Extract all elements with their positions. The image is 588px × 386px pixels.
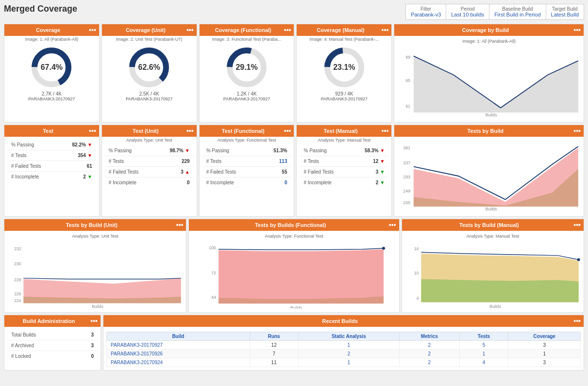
svg-text:44: 44 (211, 295, 216, 300)
svg-text:293: 293 (403, 175, 411, 179)
test-unit-menu[interactable]: ••• (186, 127, 194, 135)
test-func-incomplete-value: 0 (285, 180, 287, 185)
filter-value: Parabank-v3 (411, 12, 441, 17)
test-functional-header: Test (Functional) ••• (200, 125, 294, 137)
coverage-functional-percent: 29.1% (235, 63, 257, 72)
tests-by-build-manual-menu[interactable]: ••• (573, 221, 581, 229)
test-manual-passing-label: % Passing (303, 148, 326, 153)
build-admin-card: Build Administration ••• Total Builds 3 … (4, 315, 101, 370)
recent-builds-menu[interactable]: ••• (573, 317, 581, 325)
tests-by-build-manual-title: Tests by Build (Manual) (405, 222, 574, 228)
coverage-functional-menu[interactable]: ••• (284, 26, 291, 34)
tests-by-build-functional-svg: 100 72 44 Builds (192, 241, 396, 308)
test-unit-failed-value: 3 ▲ (181, 169, 189, 175)
coverage-functional-title: Coverage (Functional) (202, 27, 284, 33)
filter-item-period[interactable]: Period Last 10 builds (446, 4, 489, 19)
svg-text:Builds: Builds (92, 304, 103, 308)
tests-by-build-functional-menu[interactable]: ••• (389, 221, 396, 229)
svg-text:337: 337 (403, 161, 411, 165)
coverage-by-build-body: Image: 1: All (Parabank-All) 69 65 61 Bu… (394, 36, 584, 122)
tests-by-build-manual-svg: 16 10 4 Builds (405, 241, 581, 308)
test-manual-menu[interactable]: ••• (382, 127, 389, 135)
coverage-functional-donut: 29.1% (225, 46, 269, 89)
tests-by-build-unit-menu[interactable]: ••• (176, 221, 184, 229)
tests-by-build-title: Tests by Build (397, 128, 573, 134)
test-all-failed-value: 61 (87, 163, 92, 169)
builds-col-metrics: Metrics (400, 332, 460, 341)
svg-text:Builds: Builds (489, 304, 501, 308)
coverage-unit-menu[interactable]: ••• (186, 26, 194, 34)
build-admin-menu[interactable]: ••• (90, 317, 98, 325)
coverage-unit-percent: 62.6% (138, 63, 160, 72)
coverage-unit-title: Coverage (Unit) (105, 27, 186, 33)
test-unit-failed-row: # Failed Tests 3 ▲ (105, 167, 194, 177)
test-manual-tests-value: 12 ▼ (373, 159, 385, 164)
test-func-passing-label: % Passing (206, 148, 229, 153)
coverage-manual-donut: 23.1% (322, 46, 366, 89)
build-link[interactable]: PARABANK3-20170927 (107, 341, 250, 350)
svg-text:61: 61 (406, 104, 411, 109)
build-tests: 4 (459, 358, 508, 367)
build-runs: 12 (250, 341, 298, 350)
coverage-all-percent: 67.4% (41, 63, 63, 72)
coverage-card-all-header: Coverage ••• (4, 24, 99, 36)
test-unit-failed-label: # Failed Tests (109, 169, 139, 175)
tests-by-build-menu[interactable]: ••• (573, 127, 581, 135)
build-coverage: 3 (508, 358, 581, 367)
tests-by-build-manual-subtitle: Analysis Type: Manual Test (405, 234, 581, 239)
svg-text:381: 381 (403, 145, 411, 150)
test-func-tests-label: # Tests (206, 159, 222, 164)
test-all-tests-label: # Tests (11, 153, 27, 158)
coverage-all-menu[interactable]: ••• (89, 26, 96, 34)
build-tests: 5 (459, 341, 508, 350)
test-all-incomplete-value: 2 ▼ (83, 174, 92, 179)
builds-col-coverage: Coverage (508, 332, 581, 341)
build-link[interactable]: PARABANK3-20170924 (107, 358, 250, 367)
table-row: PARABANK3-20170927 12 1 2 5 3 (107, 341, 581, 350)
row-bottom: Build Administration ••• Total Builds 3 … (4, 315, 584, 370)
tests-by-build-svg: 381 337 293 249 205 Builds (397, 140, 581, 212)
tests-by-build-unit-body: Analysis Type: Unit Test 232 230 228 226… (4, 231, 186, 312)
test-manual-tests-label: # Tests (303, 159, 319, 164)
build-link[interactable]: PARABANK3-20170926 (107, 350, 250, 358)
builds-col-runs: Runs (250, 332, 298, 341)
svg-text:4: 4 (416, 296, 419, 301)
test-all-tests-value: 354 ▼ (78, 153, 92, 158)
coverage-unit-subtitle: Image: 2: Unit Test (Parabank-UT) (102, 36, 197, 42)
filter-item-baseline[interactable]: Baseline Build First Build in Period (489, 4, 546, 19)
tests-by-build-card: Tests by Build ••• 381 337 293 249 205 (394, 125, 584, 217)
test-manual-header: Test (Manual) ••• (297, 125, 391, 137)
test-unit-incomplete-label: # Incomplete (109, 180, 136, 185)
locked-value: 0 (91, 354, 94, 359)
test-all-menu[interactable]: ••• (89, 127, 96, 135)
test-functional-menu[interactable]: ••• (284, 127, 291, 135)
tests-by-build-unit-header: Tests by Build (Unit) ••• (4, 219, 186, 231)
total-builds-row: Total Builds 3 (7, 330, 98, 340)
test-func-failed-label: # Failed Tests (206, 169, 236, 175)
coverage-functional-donut-container: 29.1% 1.2K / 4K PARABANK3-20170927 (200, 42, 294, 103)
test-all-body: % Passing 82.2% ▼ # Tests 354 ▼ # Failed… (4, 137, 99, 185)
builds-table: Build Runs Static Analysis Metrics Tests… (106, 332, 581, 367)
build-static: 1 (298, 358, 400, 367)
test-functional-title: Test (Functional) (202, 128, 284, 134)
svg-text:226: 226 (14, 291, 21, 296)
test-func-tests-row: # Tests 113 (202, 156, 291, 167)
test-func-incomplete-row: # Incomplete 0 (202, 177, 291, 188)
test-all-passing-label: % Passing (11, 142, 34, 147)
build-static: 2 (298, 350, 400, 358)
dashboard-grid: Coverage ••• Image: 1: All (Parabank-All… (4, 24, 584, 370)
arrow-unit-failed: ▲ (185, 169, 190, 175)
filter-item-filter[interactable]: Filter Parabank-v3 (406, 4, 446, 19)
test-func-passing-row: % Passing 51.3% (202, 145, 291, 156)
tests-by-build-manual-card: Tests by Build (Manual) ••• Analysis Typ… (402, 219, 584, 313)
row-charts: Tests by Build (Unit) ••• Analysis Type:… (4, 219, 584, 313)
filter-item-target[interactable]: Target Build Latest Build (546, 4, 584, 19)
test-func-failed-row: # Failed Tests 55 (202, 167, 291, 177)
test-all-title: Test (7, 128, 89, 134)
coverage-card-all: Coverage ••• Image: 1: All (Parabank-All… (4, 24, 100, 123)
coverage-manual-menu[interactable]: ••• (382, 26, 389, 34)
coverage-unit-donut-container: 62.6% 2.5K / 4K PARABANK3-20170927 (102, 42, 197, 103)
coverage-by-build-menu[interactable]: ••• (573, 26, 581, 34)
test-card-manual: Test (Manual) ••• Analysis Type: Manual … (296, 125, 392, 217)
build-admin-header: Build Administration ••• (4, 315, 101, 327)
